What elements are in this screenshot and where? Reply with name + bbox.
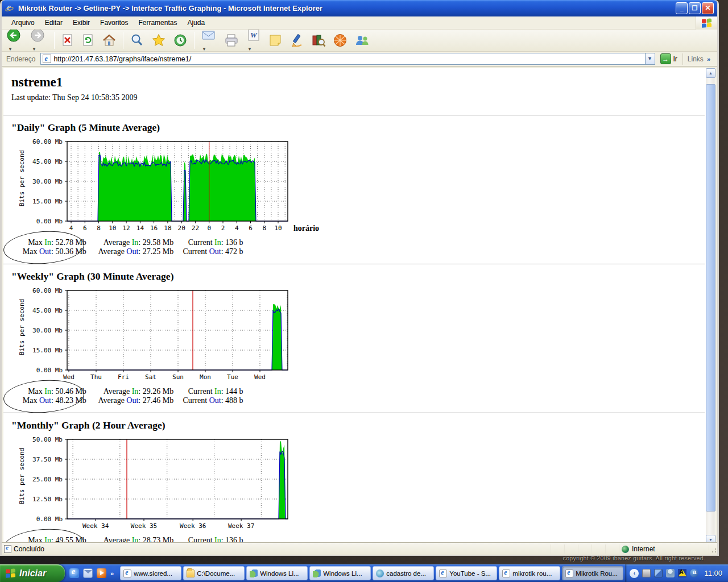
mail-button[interactable]: ▼: [198, 31, 220, 50]
pencil-button[interactable]: [287, 31, 307, 50]
daily-ylabel: Bits per second: [18, 144, 26, 213]
svg-text:4: 4: [235, 225, 239, 232]
svg-text:Sun: Sun: [172, 373, 184, 381]
menu-editar[interactable]: Editar: [40, 17, 68, 28]
toolbar-separator: [194, 32, 195, 49]
favorites-button[interactable]: [148, 31, 169, 50]
vertical-scrollbar[interactable]: ▲ ▼: [706, 68, 715, 544]
svg-text:0.00 Mb: 0.00 Mb: [36, 218, 63, 225]
weekly-chart: Bits per second 60.00 Mb45.00 Mb30.00 Mb…: [11, 288, 709, 386]
menu-ferramentas[interactable]: Ferramentas: [133, 17, 182, 28]
sphere-button[interactable]: [330, 31, 350, 50]
scroll-up-icon[interactable]: ▲: [706, 68, 715, 78]
tray-warning-icon[interactable]: [678, 569, 686, 577]
address-dropdown-icon[interactable]: ▼: [645, 53, 655, 64]
monthly-section: "Monthly" Graph (2 Hour Average) Bits pe…: [11, 413, 709, 544]
daily-stats-out: Max Out: 50.36 Mb Average Out: 27.25 Mb …: [16, 247, 334, 256]
task-button-ie-icon: [439, 569, 447, 577]
mail-icon: ▼: [201, 28, 217, 53]
stop-button[interactable]: [58, 31, 77, 50]
close-button[interactable]: ✕: [702, 2, 714, 14]
page-title: nstreme1: [11, 75, 709, 90]
taskbar-clock: 11:00: [704, 569, 722, 577]
task-button-ie-icon: [565, 569, 573, 577]
start-button[interactable]: Iniciar: [0, 564, 65, 582]
system-tray: ‹ 11:00: [625, 564, 728, 582]
print-button[interactable]: [221, 31, 242, 50]
refresh-icon: [81, 33, 95, 48]
svg-text:16: 16: [150, 225, 158, 232]
links-bar[interactable]: Links »: [682, 53, 715, 65]
address-input[interactable]: e http://201.47.63.187/graphs/iface/nstr…: [40, 53, 655, 65]
svg-text:60.00 Mb: 60.00 Mb: [32, 139, 63, 146]
tray-network-icon[interactable]: [654, 569, 663, 577]
menu-ajuda[interactable]: Ajuda: [182, 17, 210, 28]
address-url: http://201.47.63.187/graphs/iface/nstrem…: [53, 55, 644, 63]
svg-text:50.00 Mb: 50.00 Mb: [32, 437, 63, 443]
status-page-icon: [4, 545, 11, 553]
research-button[interactable]: [308, 31, 329, 50]
svg-text:Tue: Tue: [227, 373, 238, 381]
forward-icon: ▼: [31, 28, 48, 53]
svg-text:horário: horário: [293, 224, 319, 232]
weekly-stats-out: Max Out: 48.23 Mb Average Out: 27.46 Mb …: [16, 396, 334, 405]
page-content: nstreme1 Last update: Thu Sep 24 10:58:3…: [3, 68, 709, 544]
task-button-folder-icon: [187, 569, 195, 577]
back-button[interactable]: ▼: [4, 31, 27, 50]
svg-text:60.00 Mb: 60.00 Mb: [32, 288, 63, 294]
history-button[interactable]: [170, 31, 191, 50]
scrollbar-thumb[interactable]: [706, 84, 715, 512]
tray-antivirus-icon[interactable]: [690, 569, 698, 577]
quicklaunch-mediaplayer-icon[interactable]: [97, 568, 106, 578]
titlebar: e Mikrotik Router -> Getline-PY -> Inter…: [2, 0, 717, 16]
task-button-msn-icon: [313, 569, 321, 577]
resize-grip[interactable]: [709, 543, 717, 555]
task-button-1[interactable]: C:\Docume...: [183, 566, 245, 580]
svg-text:37.50 Mb: 37.50 Mb: [32, 456, 63, 463]
task-buttons: www.sicred... C:\Docume... Windows Li...…: [118, 566, 625, 580]
task-button-6[interactable]: mikrotik rou...: [499, 566, 560, 580]
svg-text:45.00 Mb: 45.00 Mb: [32, 158, 63, 165]
edit-word-button[interactable]: W▼: [243, 31, 264, 50]
weekly-heading: "Weekly" Graph (30 Minute Average): [11, 271, 709, 282]
menu-favoritos[interactable]: Favoritos: [95, 17, 133, 28]
notes-button[interactable]: [265, 31, 286, 50]
forward-button[interactable]: ▼: [28, 31, 51, 50]
svg-text:6: 6: [83, 225, 87, 232]
task-button-2[interactable]: Windows Li...: [246, 566, 308, 580]
statusbar: Concluído Internet: [2, 543, 717, 555]
svg-text:15.00 Mb: 15.00 Mb: [32, 198, 63, 205]
tray-collapse-icon[interactable]: ‹: [630, 569, 639, 578]
task-button-3[interactable]: Windows Li...: [309, 566, 371, 580]
ie-window: e Mikrotik Router -> Getline-PY -> Inter…: [0, 0, 719, 556]
stop-icon: [61, 33, 75, 48]
task-button-0[interactable]: www.sicred...: [120, 566, 181, 580]
svg-text:18: 18: [164, 225, 171, 232]
address-label: Endereço: [4, 55, 38, 63]
weekly-stats: Max In: 50.46 Mb Average In: 29.26 Mb Cu…: [16, 387, 334, 405]
print-icon: [224, 33, 239, 48]
svg-text:Week 37: Week 37: [228, 522, 254, 530]
messenger-button[interactable]: [351, 31, 373, 50]
daily-chart: Bits per second 60.00 Mb45.00 Mb30.00 Mb…: [11, 139, 709, 237]
go-button[interactable]: → Ir: [658, 53, 680, 64]
refresh-button[interactable]: [78, 31, 98, 50]
task-button-7[interactable]: Mikrotik Rou...: [562, 566, 623, 580]
edit-word-icon: W▼: [246, 28, 261, 53]
search-button[interactable]: [127, 31, 147, 50]
task-button-5[interactable]: YouTube - S...: [436, 566, 497, 580]
maximize-button[interactable]: ❐: [689, 2, 701, 14]
menu-exibir[interactable]: Exibir: [68, 17, 95, 28]
quicklaunch-mail-icon[interactable]: [83, 568, 93, 578]
internet-zone-icon: [622, 546, 629, 553]
menu-arquivo[interactable]: Arquivo: [6, 17, 40, 28]
quicklaunch-ie-icon[interactable]: [69, 568, 79, 578]
task-button-4[interactable]: cadastro de...: [373, 566, 434, 580]
tray-user-icon[interactable]: [666, 569, 675, 577]
minimize-button[interactable]: _: [676, 2, 688, 14]
home-button[interactable]: [99, 31, 119, 50]
svg-text:12.50 Mb: 12.50 Mb: [32, 496, 63, 503]
tray-printer-icon[interactable]: [642, 569, 651, 577]
quicklaunch-chevron-icon[interactable]: »: [110, 570, 114, 577]
search-icon: [130, 33, 144, 48]
